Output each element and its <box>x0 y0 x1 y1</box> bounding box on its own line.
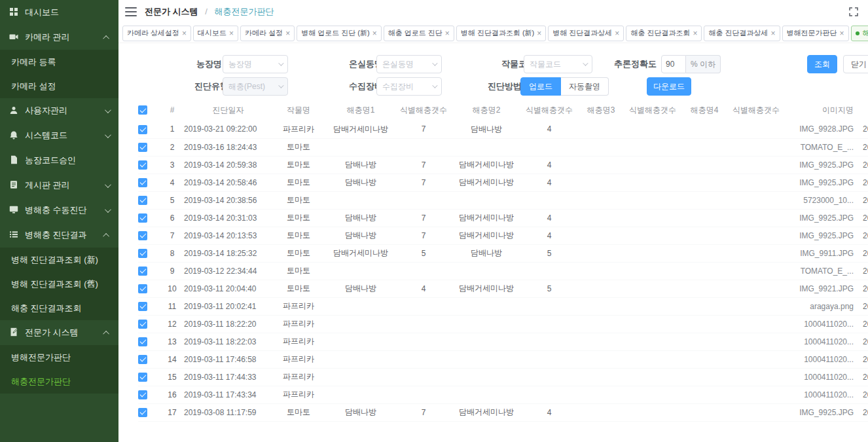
tab-label: 해충 진단결과상세 <box>708 28 768 38</box>
tab[interactable]: 병해 진단결과조회 (新)× <box>456 26 546 41</box>
sidebar-item[interactable]: 사용자관리 <box>0 98 118 123</box>
sidebar-subitem[interactable]: 해충 진단결과조회 <box>0 296 118 320</box>
document-icon <box>9 155 20 166</box>
device-select[interactable]: 수집장비 <box>376 77 442 96</box>
pest-count-1 <box>397 191 450 209</box>
sidebar-item[interactable]: 병해충 진단결과 <box>0 223 118 248</box>
tab[interactable]: 해충 진단결과상세× <box>704 26 780 41</box>
row-checkbox[interactable] <box>138 337 147 346</box>
tab-label: 병해 진단결과조회 (新) <box>461 28 534 38</box>
accuracy-input[interactable] <box>661 55 686 73</box>
row-checkbox[interactable] <box>138 284 147 293</box>
fullscreen-icon[interactable] <box>848 7 859 17</box>
close-button[interactable]: 닫기 <box>843 55 868 73</box>
tab-close-icon[interactable]: × <box>771 29 776 37</box>
pest-count-2 <box>522 333 576 350</box>
sidebar-subitem[interactable]: 카메라 설정 <box>0 74 118 98</box>
sidebar-item[interactable]: 게시판 관리 <box>0 173 118 198</box>
pest-count-2 <box>522 297 576 315</box>
tab-close-icon[interactable]: × <box>693 29 697 37</box>
tab[interactable]: 대시보드× <box>193 26 238 41</box>
pest-count-1: 4 <box>397 280 450 297</box>
pest-count-4 <box>729 191 783 209</box>
tab-close-icon[interactable]: × <box>615 29 619 37</box>
sidebar-item[interactable]: 시스템코드 <box>0 123 118 148</box>
tab-close-icon[interactable]: × <box>840 29 844 37</box>
row-checkbox[interactable] <box>138 143 147 152</box>
pest-count-1: 7 <box>397 156 450 174</box>
row-checkbox[interactable] <box>138 408 147 417</box>
sidebar-item-label: 대시보드 <box>25 7 109 18</box>
diagnosis-date: 2019-03-14 20:59:38 <box>184 156 272 174</box>
search-button[interactable]: 조회 <box>807 55 837 73</box>
tab[interactable]: 해충 진단결과조회× <box>626 26 702 41</box>
chevron-down-icon <box>432 60 437 65</box>
row-checkbox[interactable] <box>138 178 147 187</box>
method-upload-button[interactable]: 업로드 <box>520 77 561 96</box>
greenhouse-select[interactable]: 온실동명 <box>376 55 442 73</box>
row-checkbox[interactable] <box>138 267 147 276</box>
crop-code-select[interactable]: 작물코드 <box>524 55 592 73</box>
row-checkbox[interactable] <box>138 373 147 382</box>
column-header-pest-name-3: 해충명3 <box>576 100 626 120</box>
row-checkbox[interactable] <box>138 390 147 399</box>
sidebar-subitem[interactable]: 병해 진단결과조회 (舊) <box>0 272 118 296</box>
tab-close-icon[interactable]: × <box>285 29 290 37</box>
pest-name-4 <box>679 262 729 280</box>
row-checkbox[interactable] <box>138 355 147 364</box>
tab-close-icon[interactable]: × <box>372 29 377 37</box>
image-name: IMG_9925.JPG <box>783 227 854 244</box>
method-auto-button[interactable]: 자동촬영 <box>561 77 609 96</box>
sidebar-item-label: 전문가 시스템 <box>25 327 105 339</box>
tab-close-icon[interactable]: × <box>537 29 541 37</box>
tab-close-icon[interactable]: × <box>182 29 187 37</box>
sidebar-subitem[interactable]: 해충전문가판단 <box>0 369 118 394</box>
crop-name: 토마토 <box>272 244 325 262</box>
tab-close-icon[interactable]: × <box>229 29 234 37</box>
registered-date: 201 <box>854 209 868 227</box>
tab[interactable]: 병해 진단결과상세× <box>548 26 624 41</box>
sidebar-subitem[interactable]: 병해전문가판단 <box>0 345 118 369</box>
expert-icon <box>9 327 20 338</box>
select-all-checkbox[interactable] <box>138 105 147 115</box>
diagnosis-date: 2019-03-14 20:58:46 <box>184 174 272 191</box>
pest-name-3 <box>576 227 626 244</box>
sidebar-item[interactable]: 카메라 관리 <box>0 25 118 50</box>
row-checkbox[interactable] <box>138 160 147 170</box>
tab[interactable]: 병해전문가판단× <box>782 26 849 41</box>
row-checkbox[interactable] <box>138 125 147 134</box>
row-number: 9 <box>160 262 184 280</box>
row-checkbox[interactable] <box>138 320 147 329</box>
column-header-pest-count-2: 식별해충갯수 <box>522 100 576 120</box>
registered-date: 201 <box>854 280 868 297</box>
tab-close-icon[interactable]: × <box>445 29 450 37</box>
row-checkbox[interactable] <box>138 231 147 240</box>
row-number: 5 <box>160 191 184 209</box>
pest-name-2 <box>450 333 522 350</box>
hamburger-icon[interactable] <box>125 7 137 16</box>
row-checkbox[interactable] <box>138 249 147 258</box>
sidebar-item[interactable]: 농장코드승인 <box>0 148 118 173</box>
sidebar-subitem[interactable]: 카메라 등록 <box>0 50 118 74</box>
column-header-diagnosis-date: 진단일자 <box>184 100 272 120</box>
image-name: IMG_9925.JPG <box>783 174 854 191</box>
tab[interactable]: 카메라 상세설정× <box>122 26 191 41</box>
pest-name-4 <box>679 297 729 315</box>
diagnosis-type-select[interactable]: 해충(Pest) <box>223 77 288 96</box>
tab[interactable]: 해충 업로드 진단× <box>384 26 454 41</box>
tab[interactable]: 카메라 설정× <box>240 26 295 41</box>
tab[interactable]: 병해 업로드 진단 (新)× <box>297 26 382 41</box>
image-name: IMG_9925.JPG <box>783 403 854 421</box>
registered-date: 201 <box>854 350 868 368</box>
row-checkbox[interactable] <box>138 213 147 223</box>
sidebar-subitem[interactable]: 병해 진단결과조회 (新) <box>0 248 118 272</box>
farm-select[interactable]: 농장명 <box>223 55 288 73</box>
table-row: 92019-03-12 22:34:44토마토TOMATO_E_...201 <box>138 262 868 280</box>
row-checkbox[interactable] <box>138 302 147 311</box>
sidebar-item[interactable]: 병해충 수동진단 <box>0 198 118 223</box>
tab[interactable]: 해충전문가판단× <box>851 26 868 41</box>
download-button[interactable]: 다운로드 <box>647 77 691 96</box>
sidebar-item[interactable]: 전문가 시스템 <box>0 320 118 345</box>
row-checkbox[interactable] <box>138 196 147 205</box>
sidebar-item[interactable]: 대시보드 <box>0 0 118 25</box>
